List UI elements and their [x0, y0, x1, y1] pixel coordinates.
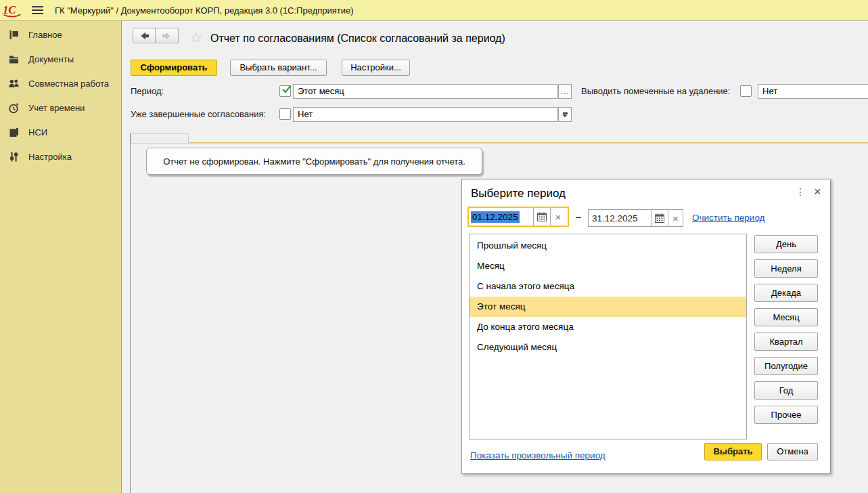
deleted-checkbox[interactable] — [740, 85, 752, 97]
period-options-list: Прошлый месяц Месяц С начала этого месяц… — [469, 234, 747, 440]
calendar-icon — [537, 212, 547, 221]
period-option-selected[interactable]: Этот месяц — [470, 297, 746, 317]
sliders-icon — [8, 151, 20, 163]
back-button[interactable] — [133, 28, 156, 43]
period-week-button[interactable]: Неделя — [754, 259, 818, 278]
period-input[interactable]: Этот месяц — [293, 84, 557, 99]
flag-icon — [8, 29, 20, 41]
period-more-button[interactable]: ... — [558, 84, 572, 99]
finished-checkbox[interactable] — [279, 108, 291, 120]
dialog-menu-icon[interactable]: ⋮ — [796, 186, 805, 197]
book-icon — [8, 127, 20, 138]
period-checkbox[interactable] — [279, 85, 291, 97]
date-from-group: 01.12.2025 × — [467, 207, 569, 227]
sidebar-item-documents[interactable]: Документы — [0, 47, 121, 71]
people-icon — [8, 78, 20, 89]
period-month-button[interactable]: Месяц — [754, 308, 818, 326]
period-day-button[interactable]: День — [754, 235, 818, 253]
sidebar-item-time-tracking[interactable]: Учет времени — [0, 95, 121, 120]
finished-input[interactable]: Нет — [293, 107, 557, 122]
sidebar-item-collaboration[interactable]: Совместная работа — [0, 71, 121, 95]
clock-icon — [8, 102, 20, 114]
top-bar: 1С ГК "Меркурий" / Документооборот КОРП,… — [0, 0, 868, 21]
settings-button[interactable]: Настройки... — [342, 60, 410, 76]
period-other-button[interactable]: Прочее — [754, 406, 818, 424]
svg-text:1С: 1С — [3, 3, 16, 16]
period-label: Период: — [131, 86, 164, 96]
cancel-button[interactable]: Отмена — [767, 443, 818, 460]
dialog-title: Выберите период — [471, 187, 566, 200]
sidebar: Главное Документы Совместная работа Учет… — [0, 21, 122, 493]
sidebar-item-settings[interactable]: Настройка — [0, 144, 121, 169]
hamburger-menu-icon[interactable] — [32, 6, 43, 14]
date-from-calendar-button[interactable] — [533, 208, 550, 226]
period-halfyear-button[interactable]: Полугодие — [754, 357, 818, 375]
dropdown-arrow-icon — [562, 112, 568, 117]
custom-period-link[interactable]: Показать произвольный период — [470, 450, 606, 460]
clear-period-link[interactable]: Очистить период — [692, 213, 764, 223]
date-from-input[interactable]: 01.12.2025 — [469, 208, 533, 226]
forward-button[interactable] — [156, 28, 179, 43]
dialog-close-icon[interactable]: × — [814, 185, 821, 199]
sidebar-item-nsi[interactable]: НСИ — [0, 120, 121, 144]
report-tab[interactable] — [131, 133, 189, 144]
window-title: ГК "Меркурий" / Документооборот КОРП, ре… — [55, 5, 354, 16]
1c-logo: 1С — [2, 2, 22, 18]
date-range-dash: – — [572, 211, 585, 222]
period-decade-button[interactable]: Декада — [754, 284, 818, 302]
deleted-input[interactable]: Нет — [758, 84, 868, 99]
date-to-calendar-button[interactable] — [651, 210, 667, 226]
select-button[interactable]: Выбрать — [704, 443, 762, 460]
generate-button[interactable]: Сформировать — [131, 60, 217, 76]
period-option[interactable]: Прошлый месяц — [470, 236, 746, 256]
report-header-strip — [131, 133, 868, 144]
date-to-clear-button[interactable]: × — [668, 210, 683, 226]
report-message: Отчет не сформирован. Нажмите "Сформиров… — [146, 148, 482, 175]
date-to-input[interactable]: 31.12.2025 — [589, 210, 651, 226]
check-icon — [281, 85, 292, 95]
calendar-icon — [655, 213, 664, 223]
back-arrow-icon — [139, 32, 150, 40]
sidebar-item-main[interactable]: Главное — [0, 22, 121, 47]
period-option[interactable]: Следующий месяц — [470, 337, 746, 358]
period-year-button[interactable]: Год — [754, 381, 818, 400]
finished-label: Уже завершенные согласования: — [131, 109, 266, 119]
date-from-clear-button[interactable]: × — [550, 208, 566, 226]
favorite-star-icon[interactable]: ☆ — [189, 29, 203, 47]
deleted-label: Выводить помеченные на удаление: — [581, 86, 730, 96]
period-option[interactable]: Месяц — [470, 256, 746, 276]
choose-variant-button[interactable]: Выбрать вариант... — [230, 60, 327, 76]
finished-dropdown-button[interactable] — [558, 107, 572, 122]
period-option[interactable]: До конца этого месяца — [470, 317, 746, 337]
period-option[interactable]: С начала этого месяца — [470, 276, 746, 297]
date-to-group: 31.12.2025 × — [588, 209, 683, 227]
page-title: Отчет по согласованиям (Список согласова… — [210, 33, 505, 45]
period-quarter-button[interactable]: Квартал — [754, 333, 818, 351]
forward-arrow-icon — [162, 32, 173, 40]
period-dialog: Выберите период ⋮ × 01.12.2025 × – 31.12… — [461, 179, 831, 474]
folder-icon — [8, 53, 20, 65]
